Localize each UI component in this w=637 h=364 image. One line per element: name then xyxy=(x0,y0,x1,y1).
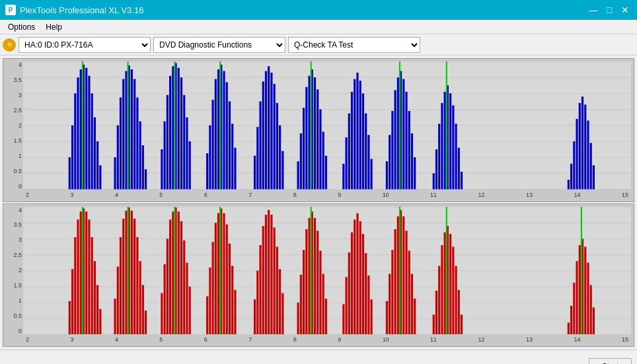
maximize-button[interactable]: □ xyxy=(603,3,616,17)
svg-rect-186 xyxy=(254,299,256,334)
svg-rect-197 xyxy=(297,303,299,334)
svg-rect-56 xyxy=(231,124,233,189)
svg-rect-39 xyxy=(172,66,174,189)
svg-rect-198 xyxy=(300,274,302,334)
svg-rect-23 xyxy=(117,126,119,190)
svg-rect-30 xyxy=(136,97,138,189)
svg-rect-172 xyxy=(189,286,191,334)
svg-rect-138 xyxy=(74,237,76,334)
svg-rect-184 xyxy=(234,289,236,334)
menu-help[interactable]: Help xyxy=(40,21,67,33)
svg-rect-248 xyxy=(579,245,581,334)
svg-rect-210 xyxy=(345,277,347,334)
top-chart-yaxis: 4 3.5 3 2.5 2 1.5 1 0.5 0 xyxy=(5,61,23,190)
bottom-chart-inner xyxy=(23,207,631,335)
svg-rect-88 xyxy=(359,81,361,189)
svg-rect-140 xyxy=(80,211,82,334)
svg-rect-174 xyxy=(206,296,208,334)
svg-rect-124 xyxy=(587,120,589,189)
svg-rect-200 xyxy=(305,229,307,334)
svg-rect-54 xyxy=(226,82,228,189)
svg-rect-207 xyxy=(325,299,327,334)
svg-rect-100 xyxy=(405,92,407,190)
close-button[interactable]: ✕ xyxy=(618,3,632,17)
svg-rect-221 xyxy=(389,273,391,334)
svg-rect-216 xyxy=(362,234,364,334)
svg-rect-86 xyxy=(354,79,356,190)
test-select[interactable]: Q-Check TA Test xyxy=(288,37,420,53)
svg-rect-96 xyxy=(394,91,396,190)
function-select[interactable]: DVD Diagnostic Functions xyxy=(153,37,285,53)
svg-rect-238 xyxy=(449,234,451,334)
menubar: Options Help xyxy=(0,20,637,34)
svg-rect-250 xyxy=(584,246,586,334)
svg-rect-253 xyxy=(593,307,595,334)
svg-rect-85 xyxy=(351,92,353,190)
svg-rect-24 xyxy=(120,97,122,189)
drive-icon: ⊙ xyxy=(3,38,16,52)
svg-rect-36 xyxy=(164,122,166,190)
start-button[interactable]: Start xyxy=(589,358,632,365)
svg-rect-68 xyxy=(279,126,281,190)
svg-rect-211 xyxy=(348,252,350,334)
svg-rect-102 xyxy=(411,133,413,190)
svg-rect-217 xyxy=(365,253,367,334)
svg-rect-145 xyxy=(94,261,96,334)
svg-rect-35 xyxy=(161,149,163,189)
svg-rect-157 xyxy=(136,237,138,334)
svg-rect-209 xyxy=(342,304,344,334)
menu-options[interactable]: Options xyxy=(3,21,40,33)
svg-rect-147 xyxy=(99,309,101,334)
svg-rect-196 xyxy=(281,293,283,334)
svg-rect-182 xyxy=(229,243,231,334)
svg-rect-234 xyxy=(438,266,440,334)
svg-rect-155 xyxy=(131,211,133,334)
svg-rect-192 xyxy=(270,215,272,334)
svg-rect-180 xyxy=(223,213,225,334)
svg-rect-29 xyxy=(133,79,135,190)
svg-rect-215 xyxy=(359,221,361,334)
svg-rect-60 xyxy=(256,127,258,189)
bottom-chart-xaxis: 2 3 4 5 6 7 8 9 10 11 12 13 14 15 xyxy=(23,334,631,345)
svg-rect-43 xyxy=(183,95,185,190)
svg-rect-214 xyxy=(356,213,358,334)
svg-rect-190 xyxy=(265,215,267,334)
svg-rect-89 xyxy=(362,93,364,189)
svg-rect-240 xyxy=(455,266,457,334)
svg-rect-244 xyxy=(568,322,570,334)
svg-rect-121 xyxy=(579,103,581,190)
svg-rect-233 xyxy=(435,290,437,334)
svg-rect-229 xyxy=(411,273,413,334)
svg-rect-51 xyxy=(217,69,219,189)
svg-rect-218 xyxy=(367,275,369,334)
svg-rect-230 xyxy=(414,299,416,334)
svg-rect-153 xyxy=(125,211,127,334)
minimize-button[interactable]: — xyxy=(587,3,600,17)
svg-rect-83 xyxy=(345,137,347,190)
svg-rect-232 xyxy=(433,314,435,334)
svg-rect-241 xyxy=(458,289,460,334)
svg-rect-189 xyxy=(262,226,264,334)
app-icon: P xyxy=(5,5,16,15)
titlebar-left: P PlexTools Professional XL V3.16 xyxy=(5,5,143,15)
svg-rect-25 xyxy=(122,79,124,190)
svg-rect-94 xyxy=(389,135,391,189)
svg-rect-55 xyxy=(229,101,231,189)
svg-rect-194 xyxy=(276,246,278,334)
svg-rect-115 xyxy=(461,172,463,190)
svg-rect-97 xyxy=(397,77,399,189)
svg-rect-59 xyxy=(254,156,256,190)
drive-select[interactable]: HA:0 ID:0 PX-716A xyxy=(19,37,151,53)
svg-rect-53 xyxy=(223,71,225,190)
svg-rect-10 xyxy=(71,126,73,190)
toolbar: ⊙ HA:0 ID:0 PX-716A DVD Diagnostic Funct… xyxy=(0,34,637,55)
svg-rect-12 xyxy=(77,77,79,189)
svg-rect-181 xyxy=(226,224,228,334)
svg-rect-32 xyxy=(142,145,144,190)
svg-rect-191 xyxy=(268,209,270,334)
svg-rect-137 xyxy=(71,269,73,334)
svg-rect-251 xyxy=(587,262,589,334)
svg-rect-213 xyxy=(354,219,356,334)
svg-rect-20 xyxy=(99,165,101,189)
svg-rect-162 xyxy=(161,293,163,334)
